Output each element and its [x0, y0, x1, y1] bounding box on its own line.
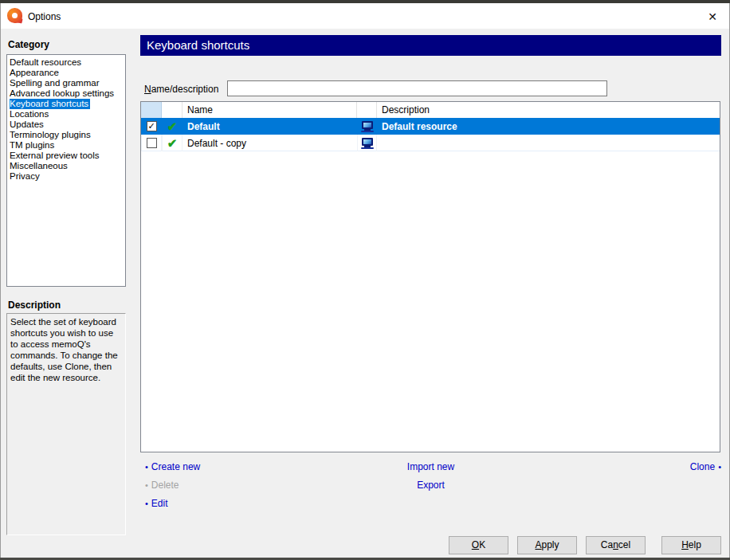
- apply-button[interactable]: Apply: [517, 536, 577, 554]
- description-label: Description: [8, 300, 61, 311]
- resource-description[interactable]: [377, 135, 720, 151]
- options-dialog: Options ✕ Category Default resources App…: [0, 0, 730, 560]
- memoq-logo-icon: [7, 8, 23, 24]
- table-row-default[interactable]: ✓ ✔ Default Default resource: [141, 118, 720, 135]
- link-row-3: •Edit: [140, 498, 721, 509]
- category-item-spelling-grammar[interactable]: Spelling and grammar: [7, 78, 125, 88]
- row-checkbox[interactable]: [147, 138, 157, 148]
- category-item-external-preview-tools[interactable]: External preview tools: [7, 151, 125, 161]
- description-panel: Select the set of keyboard shortcuts you…: [6, 313, 126, 535]
- category-item-terminology-plugins[interactable]: Terminology plugins: [7, 130, 125, 140]
- edit-link[interactable]: •Edit: [145, 498, 168, 509]
- local-resource-icon: [361, 138, 374, 149]
- category-item-advanced-lookup[interactable]: Advanced lookup settings: [7, 88, 125, 99]
- bullet-icon: •: [718, 462, 721, 472]
- header-description[interactable]: Description: [377, 102, 720, 118]
- category-item-locations[interactable]: Locations: [7, 109, 125, 119]
- category-item-tm-plugins[interactable]: TM plugins: [7, 140, 125, 151]
- description-text: Select the set of keyboard shortcuts you…: [10, 316, 122, 383]
- bullet-icon: •: [145, 499, 148, 508]
- header-name[interactable]: Name: [182, 102, 357, 118]
- link-row-2: •Delete Export: [140, 480, 721, 491]
- category-listbox[interactable]: Default resources Appearance Spelling an…: [6, 54, 126, 287]
- header-icon-column[interactable]: [357, 102, 377, 118]
- table-header: Name Description: [141, 102, 720, 118]
- clone-link[interactable]: Clone•: [690, 461, 721, 472]
- title-bar: Options ✕: [0, 3, 730, 29]
- category-item-updates[interactable]: Updates: [7, 119, 125, 130]
- link-row-1: •Create new Import new Clone•: [140, 461, 721, 472]
- help-button[interactable]: Help: [661, 536, 721, 554]
- close-icon[interactable]: ✕: [704, 9, 720, 25]
- resource-name[interactable]: Default: [182, 118, 357, 135]
- cancel-button[interactable]: Cancel: [586, 536, 646, 554]
- category-item-privacy[interactable]: Privacy: [7, 171, 125, 182]
- table-row-default-copy[interactable]: ✔ Default - copy: [141, 135, 720, 151]
- local-resource-icon: [361, 121, 374, 132]
- header-flag-column[interactable]: [162, 102, 182, 118]
- valid-resource-icon: ✔: [167, 137, 178, 149]
- ok-button[interactable]: OK: [449, 536, 508, 554]
- category-item-keyboard-shortcuts[interactable]: Keyboard shortcuts: [7, 99, 125, 109]
- row-checkbox[interactable]: ✓: [147, 121, 157, 131]
- window-title: Options: [28, 11, 61, 22]
- resource-name[interactable]: Default - copy: [182, 135, 357, 151]
- header-checkbox-column[interactable]: [141, 102, 162, 118]
- page-title: Keyboard shortcuts: [140, 35, 721, 56]
- import-new-link[interactable]: Import new: [407, 461, 454, 472]
- resource-table[interactable]: Name Description ✓ ✔ Default Default res…: [140, 101, 720, 452]
- name-description-input[interactable]: [227, 80, 607, 96]
- name-description-label: Name/description: [144, 84, 218, 95]
- export-link[interactable]: Export: [417, 480, 445, 491]
- category-label: Category: [8, 39, 49, 50]
- valid-resource-icon: ✔: [167, 120, 178, 132]
- category-item-miscellaneous[interactable]: Miscellaneous: [7, 161, 125, 171]
- category-item-default-resources[interactable]: Default resources: [7, 57, 125, 68]
- category-item-appearance[interactable]: Appearance: [7, 68, 125, 78]
- resource-description[interactable]: Default resource: [377, 118, 720, 135]
